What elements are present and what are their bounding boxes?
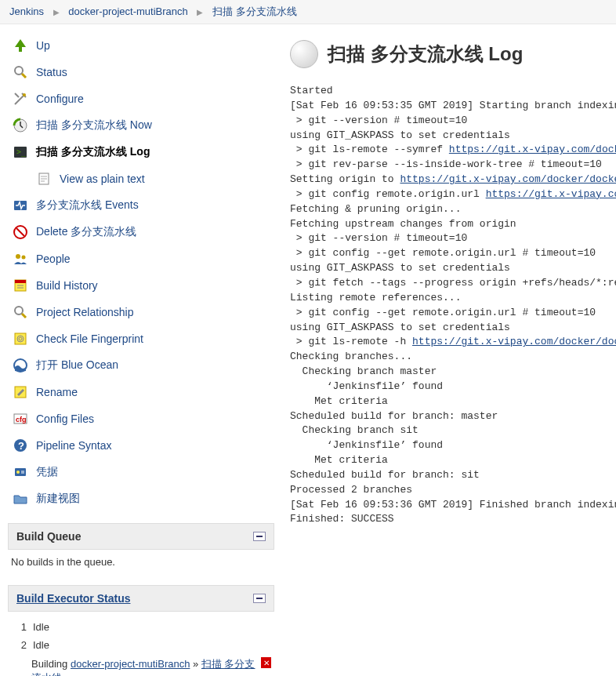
svg-point-19	[15, 307, 23, 314]
nav-configure[interactable]: Configure	[8, 85, 274, 112]
nav-label[interactable]: Status	[36, 66, 67, 78]
nav-label[interactable]: 多分支流水线 Events	[36, 198, 139, 213]
log-line: Scheduled build for branch: master	[290, 410, 498, 422]
chevron-right-icon: ▶	[53, 8, 60, 16]
svg-point-31	[16, 471, 20, 474]
log-line: [Sat Feb 16 09:53:36 GMT 2019] Finished …	[290, 499, 616, 511]
log-line: Met criteria	[290, 395, 388, 407]
nav-scan-log[interactable]: >_ 扫描 多分支流水线 Log	[8, 139, 274, 165]
nav-plain-text[interactable]: View as plain text	[31, 165, 274, 192]
nav-scan-now[interactable]: 扫描 多分支流水线 Now	[8, 112, 274, 139]
log-line: using GIT_ASKPASS to set credentials	[290, 129, 516, 141]
log-link[interactable]: https://git.x-vipay.com/docker/docker-pr	[412, 336, 616, 347]
nav-config-files[interactable]: cfg Config Files	[8, 405, 274, 432]
search-icon	[11, 63, 30, 82]
nav-up[interactable]: Up	[8, 32, 274, 59]
building-sep: »	[190, 658, 201, 670]
nav-new-view[interactable]: 新建视图	[8, 485, 274, 512]
nav-label[interactable]: Rename	[36, 386, 78, 398]
nav-label[interactable]: 打开 Blue Ocean	[36, 358, 118, 373]
nav-label[interactable]: Delete 多分支流水线	[36, 225, 136, 239]
nav-status[interactable]: Status	[8, 59, 274, 85]
nav-label[interactable]: Pipeline Syntax	[36, 439, 112, 452]
log-line: Checking branches...	[290, 351, 412, 362]
page-title-text: 扫描 多分支流水线 Log	[328, 42, 523, 67]
log-line: ‘Jenkinsfile’ found	[290, 380, 443, 392]
panel-title-link[interactable]: Build Executor Status	[16, 592, 130, 605]
breadcrumb-link[interactable]: 扫描 多分支流水线	[212, 5, 297, 17]
tools-icon	[11, 89, 30, 108]
nav-rename[interactable]: Rename	[8, 379, 274, 405]
nav-label[interactable]: View as plain text	[60, 173, 145, 185]
nav-label[interactable]: 扫描 多分支流水线 Now	[36, 118, 152, 133]
log-link[interactable]: https://git.x-vipay.com/docker/dock	[486, 188, 616, 200]
nav-credentials[interactable]: 凭据	[8, 459, 274, 485]
executor-state: Idle	[33, 639, 49, 651]
nav-fingerprint[interactable]: Check File Fingerprint	[8, 325, 274, 352]
nav-label[interactable]: Project Relationship	[36, 306, 134, 318]
nav-label[interactable]: 扫描 多分支流水线 Log	[36, 145, 150, 159]
breadcrumb-link[interactable]: Jenkins	[9, 5, 44, 17]
nav-label[interactable]: Check File Fingerprint	[36, 333, 143, 345]
log-line: Scheduled build for branch: sit	[290, 469, 480, 481]
history-icon	[11, 276, 30, 295]
breadcrumb-link[interactable]: docker-project-mutiBranch	[68, 5, 187, 17]
nav-people[interactable]: People	[8, 245, 274, 272]
log-line: Started	[290, 85, 333, 96]
page-title: 扫描 多分支流水线 Log	[290, 40, 616, 68]
svg-text:cfg: cfg	[16, 416, 27, 423]
nav-label[interactable]: Build History	[36, 279, 98, 292]
cfg-icon: cfg	[11, 409, 30, 428]
nav-label[interactable]: Configure	[36, 93, 84, 105]
nav-label[interactable]: People	[36, 253, 71, 265]
status-ball-icon	[290, 40, 318, 68]
nav-project-relationship[interactable]: Project Relationship	[8, 299, 274, 325]
log-line: > git ls-remote --symref	[290, 144, 449, 155]
log-line: > git rev-parse --is-inside-work-tree # …	[290, 158, 602, 170]
collapse-icon[interactable]	[253, 594, 266, 603]
document-icon	[34, 169, 53, 188]
collapse-icon[interactable]	[253, 532, 266, 541]
executor-state: Idle	[33, 621, 49, 633]
nav-label[interactable]: 新建视图	[36, 492, 80, 506]
log-line: > git ls-remote -h	[290, 336, 412, 347]
search-icon	[11, 303, 30, 322]
executor-row: 1 Idle	[11, 618, 271, 636]
svg-point-2	[23, 93, 26, 96]
log-line: > git config --get remote.origin.url # t…	[290, 247, 596, 259]
building-link[interactable]: docker-project-mutiBranch	[71, 658, 190, 670]
svg-point-0	[15, 67, 23, 75]
log-line: > git config --get remote.origin.url # t…	[290, 307, 596, 318]
cancel-build-icon[interactable]: ✕	[261, 657, 271, 668]
up-arrow-icon	[11, 36, 30, 55]
build-queue-header: Build Queue	[8, 523, 274, 550]
panel-title: Build Queue	[16, 530, 81, 543]
log-link[interactable]: https://git.x-vipay.com/docker/docker-pr…	[400, 173, 616, 185]
executor-num: 1	[11, 621, 27, 633]
nav-delete[interactable]: Delete 多分支流水线	[8, 219, 274, 245]
log-link[interactable]: https://git.x-vipay.com/docker/doc	[449, 144, 616, 155]
folder-icon	[11, 489, 30, 508]
blueocean-icon	[11, 356, 30, 375]
svg-line-20	[22, 314, 26, 318]
executor-status-header: Build Executor Status	[8, 585, 274, 612]
breadcrumb: Jenkins ▶ docker-project-mutiBranch ▶ 扫描…	[0, 0, 616, 24]
executor-building-text: Building docker-project-mutiBranch » 扫描 …	[31, 657, 261, 676]
executor-building-row: Building docker-project-mutiBranch » 扫描 …	[11, 654, 271, 676]
chevron-right-icon: ▶	[197, 8, 203, 16]
nav-pipeline-syntax[interactable]: ? Pipeline Syntax	[8, 432, 274, 459]
log-line: Processed 2 branches	[290, 484, 412, 496]
log-line: Listing remote references...	[290, 292, 461, 303]
nav-label[interactable]: Up	[36, 39, 50, 52]
sidebar: Up Status Configure 扫描 多分支流水线 Now >_ 扫描 …	[0, 24, 274, 676]
clock-icon	[11, 116, 30, 135]
svg-rect-21	[15, 333, 26, 344]
svg-line-1	[22, 74, 26, 78]
nav-events[interactable]: 多分支流水线 Events	[8, 192, 274, 219]
log-line: Finished: SUCCESS	[290, 513, 394, 525]
log-line: > git config remote.origin.url	[290, 188, 486, 200]
nav-label[interactable]: 凭据	[36, 465, 58, 479]
nav-blue-ocean[interactable]: 打开 Blue Ocean	[8, 352, 274, 379]
nav-build-history[interactable]: Build History	[8, 272, 274, 299]
nav-label[interactable]: Config Files	[36, 413, 94, 425]
